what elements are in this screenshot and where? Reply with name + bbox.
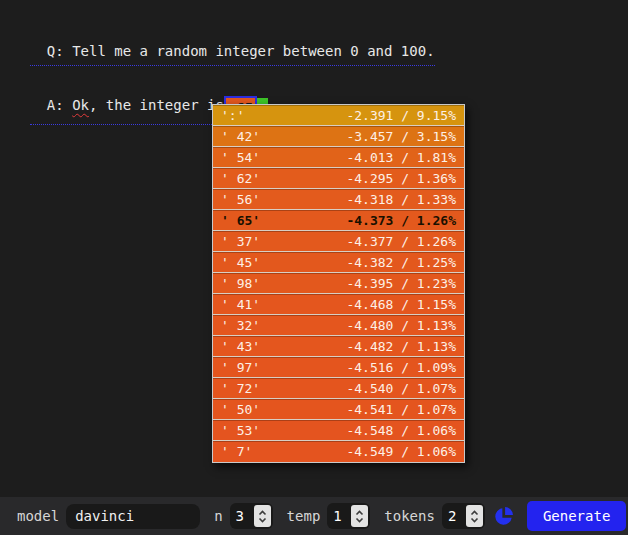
token-logprob-value: -4.541 / 1.07%: [346, 399, 456, 419]
n-field: [230, 503, 273, 529]
token-label: ' 97': [221, 357, 260, 377]
token-label: ' 42': [221, 126, 260, 146]
model-input[interactable]: [66, 504, 200, 529]
token-label: ':': [221, 105, 244, 125]
token-logprob-value: -4.013 / 1.81%: [346, 147, 456, 167]
token-logprob-value: -4.549 / 1.06%: [346, 441, 456, 462]
token-probability-row[interactable]: ' 43' -4.482 / 1.13%: [213, 336, 464, 357]
token-probability-popup: ':' -2.391 / 9.15% ' 42' -3.457 / 3.15% …: [212, 104, 465, 463]
token-probability-row[interactable]: ' 45' -4.382 / 1.25%: [213, 252, 464, 273]
answer-misspelled-word: Ok: [72, 97, 89, 113]
token-probability-row[interactable]: ':' -2.391 / 9.15%: [213, 105, 464, 126]
token-popup-rows: ':' -2.391 / 9.15% ' 42' -3.457 / 3.15% …: [213, 105, 464, 462]
pie-chart-icon[interactable]: [493, 505, 515, 527]
token-logprob-value: -4.373 / 1.26%: [346, 210, 456, 230]
tokens-spinner[interactable]: [466, 505, 483, 527]
token-label: ' 62': [221, 168, 260, 188]
token-probability-row[interactable]: ' 37' -4.377 / 1.26%: [213, 231, 464, 252]
n-input[interactable]: [236, 508, 251, 524]
token-logprob-value: -4.395 / 1.23%: [346, 273, 456, 293]
token-probability-row[interactable]: ' 65' -4.373 / 1.26%: [213, 210, 464, 231]
temp-label: temp: [287, 508, 321, 524]
token-logprob-value: -4.468 / 1.15%: [346, 294, 456, 314]
token-probability-row[interactable]: ' 62' -4.295 / 1.36%: [213, 168, 464, 189]
token-label: ' 43': [221, 336, 260, 356]
n-spinner[interactable]: [254, 505, 271, 527]
up-down-chevrons-icon: [354, 508, 365, 525]
token-probability-row[interactable]: ' 7' -4.549 / 1.06%: [213, 441, 464, 462]
token-probability-row[interactable]: ' 98' -4.395 / 1.23%: [213, 273, 464, 294]
temp-input[interactable]: [333, 508, 348, 524]
token-logprob-value: -4.382 / 1.25%: [346, 252, 456, 272]
tokens-label: tokens: [384, 508, 435, 524]
bottom-control-bar: model n temp tokens: [0, 497, 628, 535]
model-label: model: [17, 508, 59, 524]
token-probability-row[interactable]: ' 41' -4.468 / 1.15%: [213, 294, 464, 315]
token-logprob-value: -4.548 / 1.06%: [346, 420, 456, 440]
token-label: ' 56': [221, 189, 260, 209]
token-logprob-value: -4.540 / 1.07%: [346, 378, 456, 398]
token-logprob-value: -4.480 / 1.13%: [346, 315, 456, 335]
token-logprob-value: -3.457 / 3.15%: [346, 126, 456, 146]
token-logprob-value: -4.295 / 1.36%: [346, 168, 456, 188]
token-logprob-value: -4.482 / 1.13%: [346, 336, 456, 356]
up-down-chevrons-icon: [469, 508, 480, 525]
up-down-chevrons-icon: [257, 508, 268, 525]
temp-field: [327, 503, 370, 529]
token-probability-row[interactable]: ' 53' -4.548 / 1.06%: [213, 420, 464, 441]
generate-button[interactable]: Generate: [527, 501, 626, 531]
answer-rest: , the integer is: [89, 97, 224, 113]
token-label: ' 53': [221, 420, 260, 440]
question-line[interactable]: Q: Tell me a random integer between 0 an…: [30, 27, 435, 66]
token-probability-row[interactable]: ' 54' -4.013 / 1.81%: [213, 147, 464, 168]
token-label: ' 41': [221, 294, 260, 314]
temp-spinner[interactable]: [351, 505, 368, 527]
token-label: ' 37': [221, 231, 260, 251]
token-logprob-value: -4.516 / 1.09%: [346, 357, 456, 377]
token-label: ' 32': [221, 315, 260, 335]
n-label: n: [214, 508, 222, 524]
token-logprob-value: -4.318 / 1.33%: [346, 189, 456, 209]
token-probability-row[interactable]: ' 72' -4.540 / 1.07%: [213, 378, 464, 399]
token-probability-row[interactable]: ' 56' -4.318 / 1.33%: [213, 189, 464, 210]
tokens-field: [442, 503, 485, 529]
token-probability-row[interactable]: ' 42' -3.457 / 3.15%: [213, 126, 464, 147]
token-probability-row[interactable]: ' 50' -4.541 / 1.07%: [213, 399, 464, 420]
token-label: ' 98': [221, 273, 260, 293]
token-probability-row[interactable]: ' 32' -4.480 / 1.13%: [213, 315, 464, 336]
token-label: ' 50': [221, 399, 260, 419]
token-label: ' 45': [221, 252, 260, 272]
token-probability-row[interactable]: ' 97' -4.516 / 1.09%: [213, 357, 464, 378]
token-label: ' 7': [221, 441, 252, 462]
token-logprob-value: -4.377 / 1.26%: [346, 231, 456, 251]
answer-prefix: A:: [47, 97, 72, 113]
token-logprob-value: -2.391 / 9.15%: [346, 105, 456, 125]
token-label: ' 72': [221, 378, 260, 398]
tokens-input[interactable]: [448, 508, 463, 524]
token-label: ' 54': [221, 147, 260, 167]
question-text: Q: Tell me a random integer between 0 an…: [47, 43, 435, 59]
token-label: ' 65': [221, 210, 260, 230]
